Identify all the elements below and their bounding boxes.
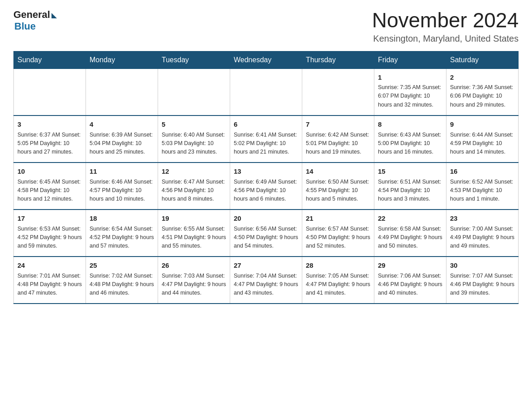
calendar-week-row: 24Sunrise: 7:01 AM Sunset: 4:48 PM Dayli… (14, 257, 519, 304)
logo-arrow-icon (51, 13, 57, 18)
weekday-header-tuesday: Tuesday (158, 51, 230, 68)
calendar-day-cell: 17Sunrise: 6:53 AM Sunset: 4:52 PM Dayli… (14, 210, 86, 257)
calendar-day-cell: 16Sunrise: 6:52 AM Sunset: 4:53 PM Dayli… (446, 163, 519, 210)
calendar-day-cell: 9Sunrise: 6:44 AM Sunset: 4:59 PM Daylig… (446, 116, 519, 163)
day-info: Sunrise: 6:57 AM Sunset: 4:50 PM Dayligh… (306, 225, 370, 251)
day-number: 23 (450, 214, 515, 224)
day-number: 17 (17, 214, 82, 224)
calendar-day-cell: 8Sunrise: 6:43 AM Sunset: 5:00 PM Daylig… (374, 116, 446, 163)
calendar-day-cell: 23Sunrise: 7:00 AM Sunset: 4:49 PM Dayli… (446, 210, 519, 257)
day-info: Sunrise: 6:50 AM Sunset: 4:55 PM Dayligh… (306, 178, 370, 204)
day-info: Sunrise: 6:45 AM Sunset: 4:58 PM Dayligh… (17, 178, 82, 204)
calendar-table: SundayMondayTuesdayWednesdayThursdayFrid… (13, 51, 519, 304)
calendar-week-row: 3Sunrise: 6:37 AM Sunset: 5:05 PM Daylig… (14, 116, 519, 163)
calendar-day-cell (86, 68, 158, 116)
day-info: Sunrise: 7:04 AM Sunset: 4:47 PM Dayligh… (234, 272, 298, 298)
calendar-day-cell: 1Sunrise: 7:35 AM Sunset: 6:07 PM Daylig… (374, 68, 446, 116)
calendar-day-cell: 3Sunrise: 6:37 AM Sunset: 5:05 PM Daylig… (14, 116, 86, 163)
day-info: Sunrise: 6:55 AM Sunset: 4:51 PM Dayligh… (162, 225, 226, 251)
weekday-header-monday: Monday (86, 51, 158, 68)
day-info: Sunrise: 7:01 AM Sunset: 4:48 PM Dayligh… (17, 272, 82, 298)
calendar-day-cell: 15Sunrise: 6:51 AM Sunset: 4:54 PM Dayli… (374, 163, 446, 210)
day-info: Sunrise: 7:05 AM Sunset: 4:47 PM Dayligh… (306, 272, 370, 298)
month-title: November 2024 (372, 9, 519, 32)
weekday-header-friday: Friday (374, 51, 446, 68)
day-number: 1 (378, 73, 442, 83)
day-info: Sunrise: 6:53 AM Sunset: 4:52 PM Dayligh… (17, 225, 82, 251)
calendar-day-cell: 6Sunrise: 6:41 AM Sunset: 5:02 PM Daylig… (230, 116, 302, 163)
day-number: 20 (234, 214, 298, 224)
day-number: 4 (90, 120, 154, 130)
calendar-week-row: 10Sunrise: 6:45 AM Sunset: 4:58 PM Dayli… (14, 163, 519, 210)
day-info: Sunrise: 6:44 AM Sunset: 4:59 PM Dayligh… (450, 131, 515, 157)
calendar-day-cell: 28Sunrise: 7:05 AM Sunset: 4:47 PM Dayli… (302, 257, 374, 304)
calendar-day-cell: 4Sunrise: 6:39 AM Sunset: 5:04 PM Daylig… (86, 116, 158, 163)
day-info: Sunrise: 6:51 AM Sunset: 4:54 PM Dayligh… (378, 178, 442, 204)
day-info: Sunrise: 7:03 AM Sunset: 4:47 PM Dayligh… (162, 272, 226, 298)
day-number: 30 (450, 261, 515, 271)
weekday-header-thursday: Thursday (302, 51, 374, 68)
calendar-day-cell: 25Sunrise: 7:02 AM Sunset: 4:48 PM Dayli… (86, 257, 158, 304)
day-info: Sunrise: 6:40 AM Sunset: 5:03 PM Dayligh… (162, 131, 226, 157)
calendar-day-cell (302, 68, 374, 116)
calendar-day-cell: 30Sunrise: 7:07 AM Sunset: 4:46 PM Dayli… (446, 257, 519, 304)
day-number: 21 (306, 214, 370, 224)
day-number: 7 (306, 120, 370, 130)
day-info: Sunrise: 7:06 AM Sunset: 4:46 PM Dayligh… (378, 272, 442, 298)
day-number: 5 (162, 120, 226, 130)
day-number: 22 (378, 214, 442, 224)
day-number: 9 (450, 120, 515, 130)
calendar-day-cell: 24Sunrise: 7:01 AM Sunset: 4:48 PM Dayli… (14, 257, 86, 304)
day-info: Sunrise: 7:02 AM Sunset: 4:48 PM Dayligh… (90, 272, 154, 298)
day-info: Sunrise: 6:56 AM Sunset: 4:50 PM Dayligh… (234, 225, 298, 251)
day-number: 10 (17, 167, 82, 177)
calendar-day-cell: 5Sunrise: 6:40 AM Sunset: 5:03 PM Daylig… (158, 116, 230, 163)
day-info: Sunrise: 6:46 AM Sunset: 4:57 PM Dayligh… (90, 178, 154, 204)
logo: General Blue (13, 9, 57, 32)
calendar-day-cell: 12Sunrise: 6:47 AM Sunset: 4:56 PM Dayli… (158, 163, 230, 210)
calendar-day-cell: 7Sunrise: 6:42 AM Sunset: 5:01 PM Daylig… (302, 116, 374, 163)
day-info: Sunrise: 6:43 AM Sunset: 5:00 PM Dayligh… (378, 131, 442, 157)
day-info: Sunrise: 6:42 AM Sunset: 5:01 PM Dayligh… (306, 131, 370, 157)
day-info: Sunrise: 7:07 AM Sunset: 4:46 PM Dayligh… (450, 272, 515, 298)
day-number: 28 (306, 261, 370, 271)
logo-general-text: General (13, 9, 50, 21)
day-info: Sunrise: 7:00 AM Sunset: 4:49 PM Dayligh… (450, 225, 515, 251)
logo-blue-text: Blue (14, 21, 36, 32)
calendar-day-cell: 2Sunrise: 7:36 AM Sunset: 6:06 PM Daylig… (446, 68, 519, 116)
weekday-header-saturday: Saturday (446, 51, 519, 68)
day-number: 2 (450, 73, 515, 83)
calendar-day-cell: 27Sunrise: 7:04 AM Sunset: 4:47 PM Dayli… (230, 257, 302, 304)
day-number: 26 (162, 261, 226, 271)
calendar-day-cell: 22Sunrise: 6:58 AM Sunset: 4:49 PM Dayli… (374, 210, 446, 257)
weekday-header-wednesday: Wednesday (230, 51, 302, 68)
calendar-day-cell: 21Sunrise: 6:57 AM Sunset: 4:50 PM Dayli… (302, 210, 374, 257)
day-number: 19 (162, 214, 226, 224)
calendar-day-cell: 20Sunrise: 6:56 AM Sunset: 4:50 PM Dayli… (230, 210, 302, 257)
calendar-day-cell: 13Sunrise: 6:49 AM Sunset: 4:56 PM Dayli… (230, 163, 302, 210)
day-number: 24 (17, 261, 82, 271)
weekday-header-sunday: Sunday (14, 51, 86, 68)
day-info: Sunrise: 6:39 AM Sunset: 5:04 PM Dayligh… (90, 131, 154, 157)
day-info: Sunrise: 6:41 AM Sunset: 5:02 PM Dayligh… (234, 131, 298, 157)
location: Kensington, Maryland, United States (372, 34, 519, 44)
calendar-day-cell (158, 68, 230, 116)
day-number: 29 (378, 261, 442, 271)
day-number: 16 (450, 167, 515, 177)
day-info: Sunrise: 7:35 AM Sunset: 6:07 PM Dayligh… (378, 83, 442, 109)
day-number: 3 (17, 120, 82, 130)
calendar-day-cell: 18Sunrise: 6:54 AM Sunset: 4:52 PM Dayli… (86, 210, 158, 257)
weekday-header-row: SundayMondayTuesdayWednesdayThursdayFrid… (14, 51, 519, 68)
title-section: November 2024 Kensington, Maryland, Unit… (372, 9, 519, 44)
day-number: 25 (90, 261, 154, 271)
day-number: 18 (90, 214, 154, 224)
calendar-day-cell: 19Sunrise: 6:55 AM Sunset: 4:51 PM Dayli… (158, 210, 230, 257)
day-number: 11 (90, 167, 154, 177)
day-number: 15 (378, 167, 442, 177)
day-info: Sunrise: 6:54 AM Sunset: 4:52 PM Dayligh… (90, 225, 154, 251)
day-info: Sunrise: 6:52 AM Sunset: 4:53 PM Dayligh… (450, 178, 515, 204)
day-number: 8 (378, 120, 442, 130)
day-number: 27 (234, 261, 298, 271)
calendar-day-cell: 14Sunrise: 6:50 AM Sunset: 4:55 PM Dayli… (302, 163, 374, 210)
day-info: Sunrise: 6:37 AM Sunset: 5:05 PM Dayligh… (17, 131, 82, 157)
